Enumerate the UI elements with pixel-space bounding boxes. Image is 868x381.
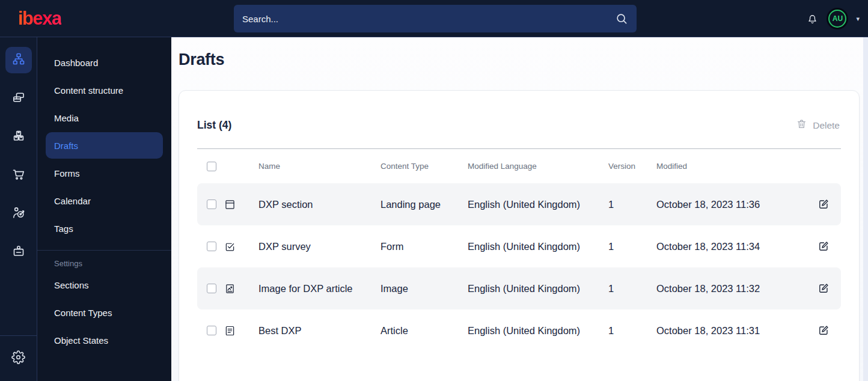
rail-item-personalization[interactable]	[5, 201, 32, 227]
list-title: List (4)	[197, 119, 231, 132]
search-input[interactable]	[242, 14, 615, 24]
sidebar-item-tags[interactable]: Tags	[46, 215, 163, 242]
table-row: DXP section Landing page English (United…	[197, 183, 841, 225]
rail-item-commerce[interactable]	[5, 162, 32, 189]
row-checkbox[interactable]	[207, 284, 216, 293]
sidebar-item-sections[interactable]: Sections	[46, 272, 163, 298]
sitemap-icon	[11, 52, 26, 69]
drafts-card: List (4) Delete Name Content Type Modifi…	[179, 90, 860, 381]
rail-item-products[interactable]	[5, 124, 32, 150]
select-all-checkbox[interactable]	[207, 162, 216, 171]
table-row: DXP survey Form English (United Kingdom)…	[197, 225, 841, 267]
article-icon	[224, 325, 258, 337]
rail-item-pages[interactable]	[5, 85, 32, 112]
sidebar-item-object-states[interactable]: Object States	[46, 327, 163, 353]
cell-name: DXP survey	[258, 241, 381, 252]
col-header-name: Name	[258, 162, 381, 171]
table-row: Image for DXP article Image English (Uni…	[197, 267, 841, 309]
col-header-modified: Modified	[656, 162, 798, 171]
sidebar-item-drafts[interactable]: Drafts	[46, 132, 163, 159]
main-content: Drafts List (4) Delete Name Content	[171, 37, 868, 381]
cell-content-type: Article	[381, 325, 468, 337]
rail-bottom	[0, 335, 37, 381]
cell-modified-language: English (United Kingdom)	[468, 325, 608, 337]
edit-button[interactable]	[816, 281, 831, 296]
cell-modified: October 18, 2023 11:34	[656, 241, 798, 252]
card-header: List (4) Delete	[197, 116, 841, 135]
edit-button[interactable]	[816, 197, 831, 212]
cell-content-type: Landing page	[381, 199, 468, 210]
rail-item-workflow[interactable]	[5, 239, 32, 266]
table-row: Best DXP Article English (United Kingdom…	[197, 309, 841, 352]
ibexa-logo: ibexa	[18, 8, 61, 29]
topbar-right: AU ▾	[806, 0, 860, 37]
cell-modified: October 18, 2023 11:36	[656, 199, 798, 210]
edit-button[interactable]	[816, 323, 831, 338]
cell-version: 1	[608, 199, 656, 210]
vertical-scrollbar[interactable]	[863, 37, 868, 381]
boxes-icon	[11, 129, 26, 145]
image-icon	[224, 282, 258, 295]
delete-button[interactable]: Delete	[795, 116, 841, 135]
cell-modified-language: English (United Kingdom)	[468, 199, 608, 210]
cell-content-type: Form	[381, 241, 468, 252]
badge-icon	[11, 244, 26, 261]
row-checkbox[interactable]	[207, 326, 216, 335]
pages-icon	[11, 90, 26, 107]
search-icon[interactable]	[615, 12, 628, 25]
gear-icon	[11, 350, 25, 367]
sidebar-item-content-structure[interactable]: Content structure	[46, 77, 163, 103]
edit-button[interactable]	[816, 239, 831, 254]
bell-icon[interactable]	[806, 13, 819, 25]
cart-icon	[11, 167, 26, 184]
cell-name: Best DXP	[258, 325, 381, 337]
col-header-modified-language: Modified Language	[468, 162, 608, 171]
topbar: ibexa AU ▾	[0, 0, 868, 37]
cell-modified: October 18, 2023 11:31	[656, 325, 798, 337]
cell-modified-language: English (United Kingdom)	[468, 241, 608, 252]
landing-page-icon	[224, 198, 258, 211]
sidebar-item-media[interactable]: Media	[46, 105, 163, 131]
row-checkbox[interactable]	[207, 200, 216, 209]
table-header-row: Name Content Type Modified Language Vers…	[197, 149, 841, 183]
sidebar-menu: Dashboard Content structure Media Drafts…	[37, 37, 171, 381]
cell-modified: October 18, 2023 11:32	[656, 283, 798, 294]
col-header-version: Version	[608, 162, 656, 171]
cell-version: 1	[608, 283, 656, 294]
cell-version: 1	[608, 241, 656, 252]
sidebar-item-forms[interactable]: Forms	[46, 160, 163, 186]
cell-modified-language: English (United Kingdom)	[468, 283, 608, 294]
sidebar-item-content-types[interactable]: Content Types	[46, 299, 163, 326]
sidebar-item-calendar[interactable]: Calendar	[46, 187, 163, 214]
col-header-content-type: Content Type	[381, 162, 468, 171]
audience-target-icon	[11, 206, 26, 222]
trash-icon	[796, 118, 807, 132]
sidebar-item-dashboard[interactable]: Dashboard	[46, 49, 163, 76]
row-checkbox[interactable]	[207, 242, 216, 251]
cell-version: 1	[608, 325, 656, 337]
cell-content-type: Image	[381, 283, 468, 294]
cell-name: DXP section	[258, 199, 381, 210]
global-search[interactable]	[234, 5, 637, 32]
page-title: Drafts	[179, 50, 868, 69]
chevron-down-icon[interactable]: ▾	[856, 16, 860, 22]
rail-item-content[interactable]	[5, 47, 32, 73]
form-icon	[224, 240, 258, 253]
avatar[interactable]: AU	[828, 10, 846, 28]
delete-label: Delete	[813, 120, 840, 131]
cell-name: Image for DXP article	[258, 283, 381, 294]
rail-item-settings[interactable]	[5, 345, 32, 371]
icon-rail	[0, 37, 37, 381]
settings-section-label: Settings	[37, 251, 171, 270]
